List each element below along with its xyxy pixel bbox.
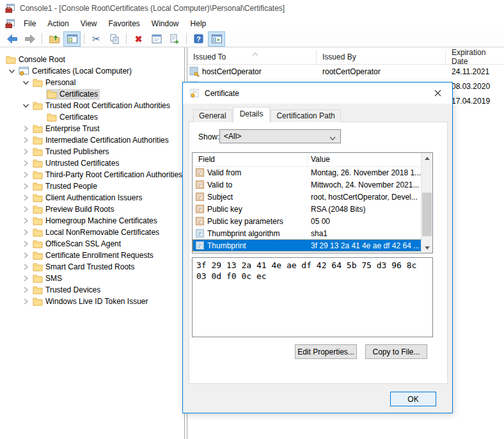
field-row-thumbprint-algorithm[interactable]: Thumbprint algorithmsha1 <box>193 227 421 239</box>
column-header-expiration-date[interactable]: Expiration Date <box>446 50 504 64</box>
close-button[interactable] <box>423 83 452 104</box>
show-console-tree-button[interactable] <box>63 31 81 47</box>
field-row-valid-from[interactable]: Valid fromMontag, 26. November 2018 1... <box>193 166 421 179</box>
menu-file[interactable]: File <box>18 18 42 29</box>
tree-item-certificates[interactable]: Certificates <box>0 111 184 123</box>
chevron-right-icon[interactable] <box>19 216 32 225</box>
chevron-right-icon[interactable] <box>19 136 32 145</box>
menu-view[interactable]: View <box>75 18 103 29</box>
scrollbar-up-button[interactable] <box>421 153 432 163</box>
tree-item-body[interactable]: Enterprise Trust <box>32 124 102 134</box>
tree-item-third-party-root-certification-authorities[interactable]: Third-Party Root Certification Authoriti… <box>0 169 184 180</box>
show-combobox[interactable]: <All> <box>219 129 341 143</box>
tree-item-body[interactable]: Certificates (Local Computer) <box>18 66 134 77</box>
tree-item-console-root[interactable]: Console Root <box>0 54 184 65</box>
chevron-right-icon[interactable] <box>19 239 32 248</box>
chevron-right-icon[interactable] <box>19 182 32 191</box>
tree-item-body[interactable]: Client Authentication Issuers <box>32 193 144 204</box>
copy-button[interactable] <box>106 31 123 47</box>
menu-favorites[interactable]: Favorites <box>103 18 146 29</box>
tree-item-body[interactable]: Windows Live ID Token Issuer <box>32 296 150 307</box>
tree-item-homegroup-machine-certificates[interactable]: Homegroup Machine Certificates <box>0 215 184 227</box>
tree-item-body[interactable]: Trusted People <box>32 181 99 192</box>
tree-item-client-authentication-issuers[interactable]: Client Authentication Issuers <box>0 192 184 204</box>
menu-help[interactable]: Help <box>185 18 212 29</box>
chevron-down-icon[interactable] <box>19 78 32 87</box>
chevron-right-icon[interactable] <box>19 274 32 283</box>
field-row-public-key-parameters[interactable]: Public key parameters05 00 <box>193 215 421 227</box>
properties-button[interactable] <box>148 31 165 47</box>
field-row-thumbprint[interactable]: Thumbprint3f 29 13 2a 41 4e ae df 42 64 … <box>193 239 421 251</box>
tree-item-body[interactable]: Local NonRemovable Certificates <box>32 227 161 238</box>
show-action-pane-button[interactable] <box>208 31 225 47</box>
tree-item-certificate-enrollment-requests[interactable]: Certificate Enrollment Requests <box>0 250 184 261</box>
tree-item-body[interactable]: Third-Party Root Certification Authoriti… <box>32 170 184 180</box>
tree-item-body[interactable]: OfficeScan SSL Agent <box>32 239 123 250</box>
tree-item-body[interactable]: Smart Card Trusted Roots <box>32 262 136 273</box>
tab-general[interactable]: General <box>193 109 232 122</box>
menu-window[interactable]: Window <box>146 18 185 29</box>
chevron-right-icon[interactable] <box>19 147 32 156</box>
tree-item-body[interactable]: Trusted Devices <box>32 285 102 296</box>
chevron-right-icon[interactable] <box>19 170 32 179</box>
chevron-right-icon[interactable] <box>19 285 32 294</box>
tree-item-windows-live-id-token-issuer[interactable]: Windows Live ID Token Issuer <box>0 296 184 307</box>
tree-item-trusted-root-certification-authorities[interactable]: Trusted Root Certification Authorities <box>0 100 184 111</box>
tab-certification-path[interactable]: Certification Path <box>271 109 340 122</box>
tree-item-certificates-local-computer[interactable]: Certificates (Local Computer) <box>0 65 184 77</box>
tree-item-trusted-publishers[interactable]: Trusted Publishers <box>0 146 184 157</box>
tree-item-intermediate-certification-authorities[interactable]: Intermediate Certification Authorities <box>0 134 184 146</box>
delete-button[interactable]: ✖ <box>130 31 147 47</box>
tree-item-personal[interactable]: Personal <box>0 77 184 88</box>
tree-item-preview-build-roots[interactable]: Preview Build Roots <box>0 204 184 215</box>
child-window-icon[interactable] <box>5 19 15 29</box>
tree-item-sms[interactable]: SMS <box>0 273 184 284</box>
tree-item-body[interactable]: Personal <box>32 77 77 88</box>
scrollbar-down-button[interactable] <box>421 243 432 253</box>
chevron-down-icon[interactable] <box>19 101 32 110</box>
chevron-right-icon[interactable] <box>19 124 32 133</box>
chevron-right-icon[interactable] <box>19 262 32 271</box>
field-row-subject[interactable]: Subjectroot, hostCertOperator, Devel... <box>193 191 421 203</box>
copy-to-file-button[interactable]: Copy to File... <box>365 344 427 359</box>
tree-item-untrusted-certificates[interactable]: Untrusted Certificates <box>0 157 184 169</box>
tree-item-certificates[interactable]: Certificates <box>0 88 184 100</box>
tree-item-body[interactable]: Homegroup Machine Certificates <box>32 216 159 227</box>
tree-item-body[interactable]: Preview Build Roots <box>32 204 116 215</box>
menu-action[interactable]: Action <box>42 18 74 29</box>
tree-item-body[interactable]: Console Root <box>5 54 67 65</box>
field-row-public-key[interactable]: Public keyRSA (2048 Bits) <box>193 203 421 215</box>
tree-item-officescan-ssl-agent[interactable]: OfficeScan SSL Agent <box>0 238 184 250</box>
field-row-valid-to[interactable]: Valid toMittwoch, 24. November 2021... <box>193 179 421 191</box>
fields-scrollbar[interactable] <box>421 153 432 253</box>
chevron-right-icon[interactable] <box>19 297 32 306</box>
scrollbar-thumb[interactable] <box>422 193 432 236</box>
column-header-issued-by[interactable]: Issued By <box>317 50 446 64</box>
field-column-header[interactable]: Field <box>193 153 308 166</box>
tree-item-body[interactable]: Certificates <box>46 112 100 123</box>
edit-properties-button[interactable]: Edit Properties... <box>295 344 357 359</box>
forward-arrow-button[interactable] <box>21 31 38 47</box>
tree-item-trusted-devices[interactable]: Trusted Devices <box>0 284 184 296</box>
chevron-right-icon[interactable] <box>19 251 32 260</box>
certificate-row[interactable]: hostCertOperatorrootCertOperator24.11.20… <box>187 64 504 79</box>
column-header-issued-to[interactable]: Issued To <box>187 50 317 64</box>
tree-item-smart-card-trusted-roots[interactable]: Smart Card Trusted Roots <box>0 261 184 273</box>
tree-item-body[interactable]: Trusted Root Certification Authorities <box>32 100 172 111</box>
tree-item-enterprise-trust[interactable]: Enterprise Trust <box>0 123 184 134</box>
tab-details[interactable]: Details <box>233 107 271 122</box>
chevron-right-icon[interactable] <box>19 205 32 214</box>
up-one-level-button[interactable] <box>45 31 63 47</box>
thumbprint-textbox[interactable]: 3f 29 13 2a 41 4e ae df 42 64 5b 75 d3 9… <box>192 257 433 337</box>
tree-item-body[interactable]: Untrusted Certificates <box>32 158 121 169</box>
tree-item-body[interactable]: Certificates <box>46 89 100 100</box>
tree-item-body[interactable]: Trusted Publishers <box>32 147 111 157</box>
tree-item-body[interactable]: SMS <box>32 273 64 284</box>
cut-button[interactable]: ✂ <box>88 31 105 47</box>
value-column-header[interactable]: Value <box>308 153 421 166</box>
help-button[interactable]: ? <box>190 31 207 47</box>
chevron-right-icon[interactable] <box>19 193 32 202</box>
tree-item-trusted-people[interactable]: Trusted People <box>0 180 184 192</box>
tree-item-local-nonremovable-certificates[interactable]: Local NonRemovable Certificates <box>0 227 184 238</box>
tree-item-body[interactable]: Certificate Enrollment Requests <box>32 250 155 261</box>
